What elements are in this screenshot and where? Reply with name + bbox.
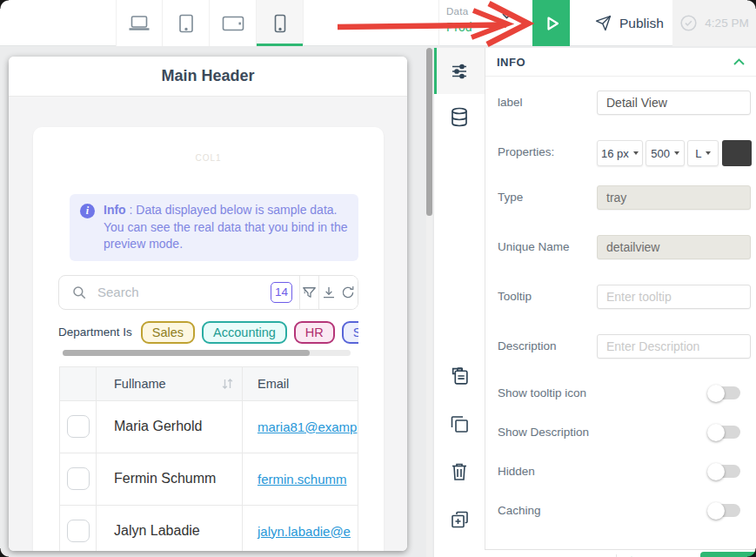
properties-tab[interactable]	[434, 48, 485, 94]
email-link[interactable]: jalyn.labadie@e	[258, 524, 351, 539]
size-select[interactable]: L	[687, 140, 719, 166]
tooltip-field-label: Tooltip	[498, 285, 597, 309]
info-icon: i	[80, 204, 95, 218]
device-tab-mobile[interactable]	[257, 0, 304, 46]
refresh-icon	[340, 285, 356, 300]
label-field-row: label	[498, 91, 751, 115]
table-row: Maria Gerhold maria81@examp	[60, 401, 358, 453]
device-preview-tabs	[116, 0, 304, 46]
trash-icon	[450, 461, 469, 482]
publish-button[interactable]: Publish	[586, 0, 672, 46]
tooltip-field-row: Tooltip	[498, 285, 751, 309]
type-field-label: Type	[498, 185, 597, 210]
clipboard-icon	[449, 366, 471, 387]
publish-label: Publish	[619, 16, 664, 31]
properties-label: Properties:	[498, 140, 597, 166]
paste-button[interactable]	[434, 352, 485, 399]
laptop-icon	[128, 15, 151, 32]
check-circle-icon	[679, 14, 698, 32]
show-description-toggle[interactable]	[708, 426, 740, 439]
caret-down-icon	[633, 151, 639, 155]
caret-down-icon	[674, 151, 679, 155]
chip-shipping[interactable]: Sh	[342, 321, 358, 344]
add-square-icon	[449, 509, 471, 530]
fullname-cell: Fermin Schumm	[97, 453, 243, 505]
delete-button[interactable]	[434, 448, 485, 495]
filter-button[interactable]	[300, 275, 319, 310]
help-button[interactable]: ? Help	[700, 552, 756, 557]
widget-action-strip	[433, 48, 485, 557]
copy-icon	[449, 413, 470, 434]
info-banner: i Info : Data displayed below is sample …	[70, 194, 358, 261]
tooltip-input[interactable]	[597, 285, 751, 309]
type-input	[597, 185, 751, 210]
filter-label: Department Is	[58, 325, 132, 339]
toggle-knob	[707, 424, 725, 441]
preview-play-button[interactable]	[532, 0, 570, 46]
add-widget-button[interactable]	[434, 496, 485, 543]
color-swatch[interactable]	[722, 140, 752, 166]
toggle-row-show-description: Show Description	[498, 426, 751, 439]
row-checkbox[interactable]	[67, 415, 90, 438]
info-banner-title: Info	[104, 203, 126, 217]
copy-button[interactable]	[434, 400, 485, 447]
row-checkbox[interactable]	[67, 467, 90, 490]
chip-sales[interactable]: Sales	[141, 321, 195, 344]
toggle-row-caching: Caching	[498, 504, 751, 517]
email-link[interactable]: fermin.schumm	[258, 472, 347, 487]
data-bind-tab[interactable]	[434, 94, 485, 140]
unique-name-input	[597, 235, 751, 259]
inspector-panel: INFO label Properties: 16 px 500 L Type …	[485, 48, 756, 557]
device-tab-tablet-portrait[interactable]	[163, 0, 210, 46]
device-tab-laptop[interactable]	[116, 0, 163, 46]
description-input[interactable]	[597, 334, 751, 359]
filter-funnel-icon	[301, 285, 318, 300]
sort-icon[interactable]	[221, 378, 234, 390]
table-row: Fermin Schumm fermin.schumm	[60, 453, 358, 506]
device-tab-tablet-landscape[interactable]	[210, 0, 257, 46]
data-table: Fullname Email Maria Gerhold maria81@exa…	[59, 366, 358, 552]
download-icon	[321, 285, 337, 300]
chevron-up-icon[interactable]	[733, 58, 745, 65]
column-header-email[interactable]: Email	[243, 367, 358, 400]
environment-selector[interactable]: Data Prod	[446, 6, 472, 34]
horizontal-scrollbar-thumb[interactable]	[63, 350, 310, 356]
column-header-fullname[interactable]: Fullname	[97, 367, 243, 400]
email-cell: fermin.schumm	[243, 453, 358, 505]
download-button[interactable]	[319, 275, 338, 310]
font-weight-select[interactable]: 500	[646, 140, 686, 166]
app-preview-panel: Main Header COL1 i Info : Data displayed…	[9, 57, 407, 551]
info-section-header[interactable]: INFO	[485, 48, 756, 77]
chip-hr[interactable]: HR	[294, 321, 335, 344]
horizontal-scrollbar[interactable]	[63, 350, 351, 356]
search-input[interactable]	[97, 285, 271, 299]
sliders-icon	[449, 61, 470, 82]
toggle-knob	[707, 502, 725, 520]
chevron-down-icon[interactable]	[502, 13, 512, 19]
paper-plane-icon	[595, 15, 612, 31]
info-section-body: label Properties: 16 px 500 L Type Uniqu…	[485, 77, 756, 517]
filter-count-badge: 14	[271, 282, 292, 303]
search-box[interactable]	[59, 285, 271, 300]
info-section-title: INFO	[497, 56, 525, 69]
department-filter-row: Department Is Sales Accounting HR Sh	[58, 321, 358, 344]
preview-body: COL1 i Info : Data displayed below is sa…	[9, 97, 407, 551]
preview-header-title: Main Header	[161, 67, 254, 85]
email-link[interactable]: maria81@examp	[258, 419, 357, 434]
type-field-row: Type	[498, 185, 751, 210]
refresh-button[interactable]	[338, 275, 358, 310]
select-all-header-cell	[60, 367, 97, 400]
row-checkbox[interactable]	[67, 520, 90, 542]
canvas-scrollbar-thumb[interactable]	[426, 48, 432, 216]
label-input[interactable]	[597, 91, 751, 115]
hidden-toggle[interactable]	[708, 465, 740, 478]
description-field-row: Description	[498, 334, 751, 359]
tablet-portrait-icon	[178, 14, 194, 33]
table-header-row: Fullname Email	[60, 367, 358, 401]
canvas-scrollbar[interactable]	[426, 48, 432, 557]
caching-toggle[interactable]	[708, 504, 740, 517]
fullname-cell: Maria Gerhold	[97, 401, 243, 453]
font-size-select[interactable]: 16 px	[597, 140, 643, 166]
show-tooltip-icon-toggle[interactable]	[708, 386, 740, 399]
chip-accounting[interactable]: Accounting	[202, 321, 287, 344]
